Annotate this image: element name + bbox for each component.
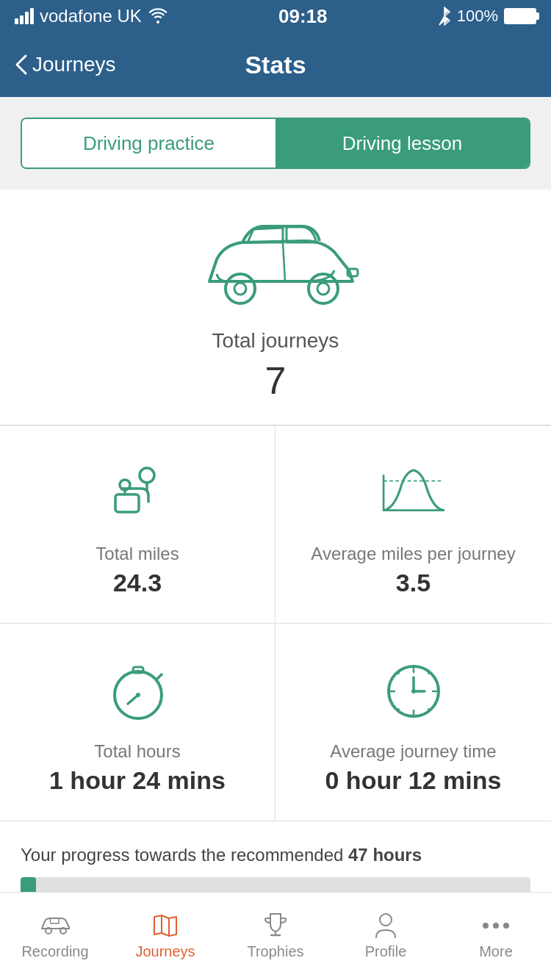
- nav-item-trophies[interactable]: Trophies: [220, 893, 331, 980]
- bluetooth-icon: [438, 7, 451, 26]
- segment-container: Driving practice Driving lesson: [0, 97, 551, 190]
- carrier-text: vodafone UK: [40, 6, 142, 26]
- svg-point-4: [234, 283, 246, 295]
- back-chevron-icon: [15, 54, 28, 76]
- stopwatch-icon: [101, 653, 174, 727]
- nav-item-more[interactable]: More: [441, 893, 551, 980]
- trophies-trophy-icon: [259, 912, 292, 939]
- recording-car-icon: [39, 912, 71, 939]
- journeys-map-icon: [149, 912, 181, 939]
- battery-text: 100%: [457, 7, 498, 26]
- wifi-icon: [148, 8, 168, 24]
- main-content: Total journeys 7 Total miles 24.3: [0, 190, 551, 918]
- total-miles-value: 24.3: [113, 569, 162, 597]
- svg-line-6: [283, 242, 285, 281]
- svg-point-23: [397, 671, 400, 674]
- map-pin-icon: [101, 455, 174, 529]
- car-illustration-icon: [187, 219, 364, 314]
- battery-icon: [504, 8, 536, 24]
- segment-driving-practice[interactable]: Driving practice: [22, 119, 276, 167]
- segment-driving-lesson-label: Driving lesson: [342, 132, 462, 155]
- svg-point-25: [428, 708, 431, 711]
- svg-point-22: [428, 671, 431, 674]
- svg-point-24: [397, 708, 400, 711]
- total-hours-value: 1 hour 24 mins: [49, 766, 226, 795]
- avg-time-value: 0 hour 12 mins: [325, 766, 502, 795]
- bell-curve-icon: [377, 455, 450, 529]
- stats-grid: Total miles 24.3 Average miles per journ…: [0, 425, 551, 821]
- avg-miles-value: 3.5: [396, 569, 431, 597]
- segment-driving-lesson[interactable]: Driving lesson: [276, 119, 529, 167]
- svg-point-37: [483, 923, 489, 929]
- segment-driving-practice-label: Driving practice: [83, 132, 215, 155]
- total-journeys-section: Total journeys 7: [0, 190, 551, 425]
- avg-time-label: Average journey time: [330, 741, 496, 762]
- recording-label: Recording: [21, 943, 88, 960]
- svg-point-3: [226, 274, 255, 303]
- stat-avg-miles: Average miles per journey 3.5: [276, 426, 551, 624]
- status-left: vodafone UK: [15, 6, 168, 26]
- total-journeys-label: Total journeys: [212, 329, 339, 353]
- svg-point-28: [411, 689, 416, 693]
- stat-total-hours: Total hours 1 hour 24 mins: [0, 624, 276, 821]
- more-label: More: [479, 943, 513, 960]
- back-button[interactable]: Journeys: [15, 53, 116, 76]
- progress-prefix: Your progress towards the recommended: [21, 845, 348, 865]
- clock-icon: [377, 653, 450, 727]
- journeys-label: Journeys: [135, 943, 195, 960]
- svg-point-36: [380, 914, 392, 926]
- svg-point-16: [136, 693, 140, 697]
- trophies-label: Trophies: [247, 943, 303, 960]
- progress-hours: 47 hours: [348, 845, 422, 865]
- time-display: 09:18: [278, 5, 328, 28]
- svg-point-2: [317, 283, 329, 295]
- status-bar: vodafone UK 09:18 100%: [0, 0, 551, 32]
- status-right: 100%: [438, 7, 536, 26]
- svg-rect-8: [115, 494, 139, 512]
- svg-point-38: [493, 923, 499, 929]
- progress-text: Your progress towards the recommended 47…: [21, 845, 530, 865]
- total-journeys-value: 7: [265, 359, 287, 403]
- total-miles-label: Total miles: [96, 544, 179, 564]
- profile-person-icon: [370, 912, 402, 939]
- nav-item-profile[interactable]: Profile: [331, 893, 441, 980]
- bottom-nav: Recording Journeys Trophies: [0, 892, 551, 980]
- nav-item-recording[interactable]: Recording: [0, 893, 110, 980]
- back-label: Journeys: [32, 53, 116, 76]
- svg-point-7: [140, 468, 154, 483]
- segment-control: Driving practice Driving lesson: [21, 118, 530, 169]
- page-title: Stats: [245, 51, 306, 79]
- more-dots-icon: [480, 912, 512, 939]
- stat-avg-time: Average journey time 0 hour 12 mins: [276, 624, 551, 821]
- avg-miles-label: Average miles per journey: [311, 544, 515, 564]
- nav-item-journeys[interactable]: Journeys: [110, 893, 220, 980]
- nav-bar: Journeys Stats: [0, 32, 551, 97]
- stat-total-miles: Total miles 24.3: [0, 426, 276, 624]
- total-hours-label: Total hours: [94, 741, 180, 762]
- profile-label: Profile: [365, 943, 407, 960]
- signal-icon: [15, 8, 34, 24]
- svg-point-39: [503, 923, 509, 929]
